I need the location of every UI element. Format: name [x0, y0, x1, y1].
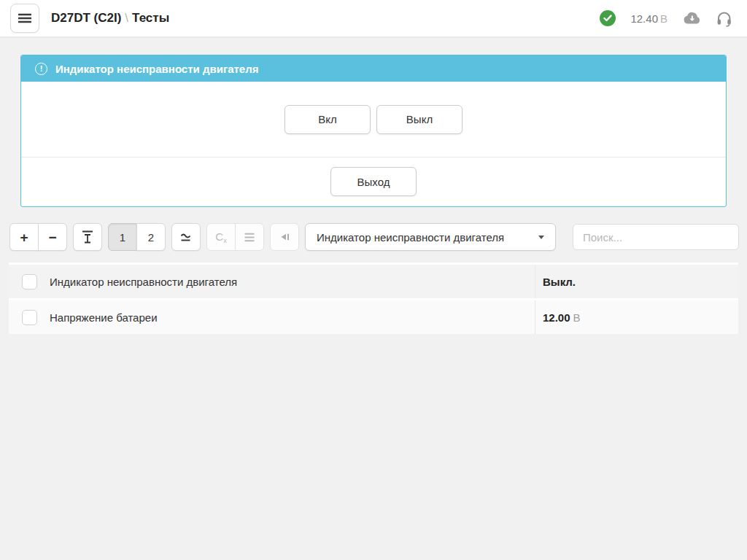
- clear-icon: Cx: [215, 230, 226, 244]
- list-view-button: [235, 223, 264, 251]
- battery-voltage-readout: 12.40В: [630, 12, 667, 25]
- page-2-button[interactable]: 2: [136, 223, 166, 251]
- arrow-to-start-icon: [278, 231, 291, 243]
- search-input[interactable]: [573, 224, 739, 250]
- table-row[interactable]: Напряжение батареи 12.00В: [9, 300, 738, 334]
- voltage-value: 12.40: [630, 12, 658, 25]
- wave-group: [171, 223, 201, 251]
- parameter-unit: В: [573, 311, 581, 324]
- row-checkbox[interactable]: [22, 274, 37, 289]
- justify-lines-icon: [244, 233, 255, 242]
- breadcrumb-separator: \: [125, 11, 128, 25]
- breadcrumb: D27DT (C2I)\Тесты: [51, 11, 169, 26]
- parameter-value: Выкл.: [543, 276, 576, 288]
- test-off-button[interactable]: Выкл: [376, 105, 462, 134]
- connection-ok-badge: [600, 10, 616, 26]
- headphones-icon[interactable]: [716, 10, 732, 27]
- caret-down-icon: [538, 236, 544, 239]
- voltage-unit: В: [660, 12, 667, 25]
- test-select-dropdown[interactable]: Индикатор неисправности двигателя: [305, 223, 556, 251]
- graph-mode-button[interactable]: [171, 223, 201, 251]
- breadcrumb-section: Тесты: [132, 11, 169, 25]
- parameter-value-cell: 12.00В: [535, 311, 738, 324]
- parameter-name: Индикатор неисправности двигателя: [50, 265, 535, 298]
- back-to-start-button: [270, 223, 299, 251]
- row-height-button[interactable]: [73, 223, 102, 251]
- page-1-label: 1: [120, 231, 125, 244]
- clear-list-group: Cx: [206, 223, 264, 251]
- menu-button[interactable]: [10, 4, 39, 33]
- line-height-icon: [81, 230, 94, 244]
- remove-parameter-button[interactable]: −: [38, 223, 67, 251]
- minus-icon: −: [48, 230, 56, 244]
- test-on-button[interactable]: Вкл: [285, 105, 371, 134]
- search-container: [573, 224, 739, 250]
- signal-wave-icon: [179, 232, 193, 243]
- checkbox-cell: [9, 310, 50, 325]
- page-group: 1 2: [108, 223, 166, 251]
- plus-icon: +: [20, 230, 28, 244]
- back-group: [270, 223, 299, 251]
- parameter-value: 12.00: [543, 311, 570, 324]
- cloud-download-icon[interactable]: [682, 12, 701, 26]
- add-parameter-button[interactable]: +: [9, 223, 39, 251]
- parameter-name: Напряжение батареи: [50, 300, 535, 334]
- row-checkbox[interactable]: [22, 310, 37, 325]
- status-cluster: 12.40В: [600, 10, 732, 27]
- test-exit-button[interactable]: Выход: [330, 167, 417, 196]
- parameters-toolbar: + − 1 2: [9, 223, 739, 251]
- row-height-group: [73, 223, 102, 251]
- table-row[interactable]: Индикатор неисправности двигателя Выкл.: [9, 265, 738, 298]
- info-icon: !: [35, 63, 47, 75]
- add-remove-group: + −: [9, 223, 67, 251]
- test-panel-body: Вкл Выкл: [21, 82, 726, 158]
- checkbox-cell: [9, 274, 50, 289]
- clear-values-button: Cx: [206, 223, 236, 251]
- parameters-table: Индикатор неисправности двигателя Выкл. …: [9, 262, 738, 334]
- test-panel-header: ! Индикатор неисправности двигателя: [21, 55, 726, 82]
- active-test-panel: ! Индикатор неисправности двигателя Вкл …: [20, 55, 727, 207]
- top-bar: D27DT (C2I)\Тесты 12.40В: [0, 0, 747, 38]
- hamburger-icon: [18, 13, 31, 23]
- test-panel-title: Индикатор неисправности двигателя: [55, 63, 258, 75]
- breadcrumb-device: D27DT (C2I): [51, 11, 121, 25]
- page-2-label: 2: [148, 231, 154, 244]
- parameter-value-cell: Выкл.: [535, 276, 738, 288]
- page-1-button[interactable]: 1: [108, 223, 137, 251]
- test-select-value: Индикатор неисправности двигателя: [317, 231, 504, 244]
- check-icon: [603, 15, 612, 22]
- test-panel-footer: Выход: [21, 158, 726, 206]
